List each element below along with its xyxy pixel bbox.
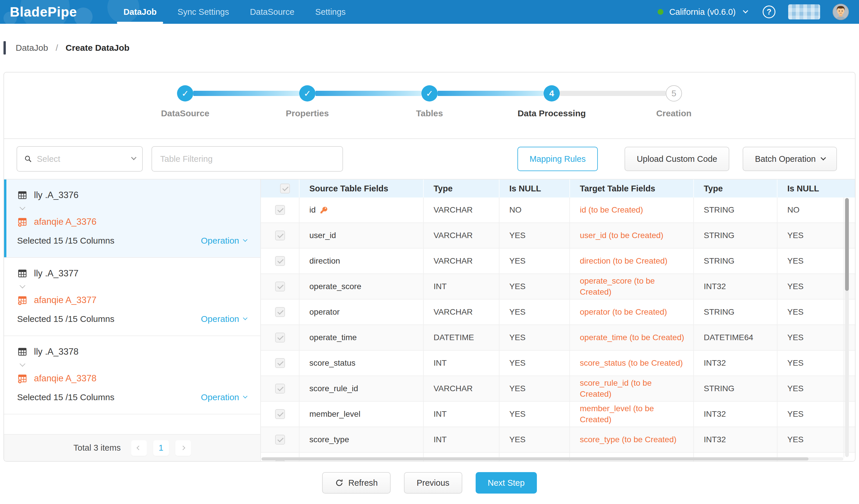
region-status-dot [658,9,663,15]
chevron-down-icon [243,315,247,320]
nav-item-datasource[interactable]: DataSource [239,0,305,24]
row-checkbox[interactable] [275,409,285,419]
refresh-icon [335,478,344,487]
chevron-down-icon [243,394,247,398]
nav-item-datajob[interactable]: DataJob [113,0,167,24]
nav-right: California (v0.6.0) ? [658,3,849,20]
col-target-table-fields: Target Table Fields [569,179,693,198]
operation-menu-link[interactable]: Operation [201,314,246,324]
expand-chevron-icon[interactable] [20,283,26,288]
refresh-button[interactable]: Refresh [322,472,391,493]
row-checkbox[interactable] [275,333,285,343]
operation-menu-link[interactable]: Operation [201,392,246,402]
mapping-rules-button[interactable]: Mapping Rules [517,147,598,171]
row-checkbox[interactable] [275,282,285,292]
row-checkbox-cell [261,401,299,427]
target-table-add-icon [17,295,28,305]
help-icon[interactable]: ? [763,5,775,18]
source-type-cell: INT [423,351,499,376]
table-filter-input[interactable] [151,146,343,172]
table-pair-item[interactable]: lly .A_3376 afanqie A_3376 Selected 15 /… [4,179,260,258]
target-isnull-cell: YES [777,351,855,376]
nav-item-settings[interactable]: Settings [305,0,356,24]
target-table-add-icon [17,217,28,227]
chevron-down-icon [131,155,136,160]
select-dropdown[interactable]: Select [17,146,143,172]
source-isnull-cell: YES [499,376,569,401]
step-connector [193,91,299,96]
table-icon [17,268,28,279]
row-checkbox[interactable] [275,205,285,215]
row-checkbox[interactable] [275,231,285,240]
select-all-checkbox[interactable] [280,184,290,193]
row-checkbox[interactable] [275,256,285,266]
previous-button[interactable]: Previous [404,472,462,493]
source-field-name: id [310,205,316,215]
source-field-name: operate_time [310,333,357,342]
chevron-down-icon[interactable] [743,8,748,13]
source-field-cell: member_level [299,401,423,427]
source-type-cell: VARCHAR [423,223,499,248]
target-field-cell: score_status (to be Created) [569,351,693,376]
step-label: Tables [416,108,443,118]
horizontal-scrollbar[interactable] [261,457,843,460]
table-list: lly .A_3376 afanqie A_3376 Selected 15 /… [4,179,260,414]
row-checkbox[interactable] [275,307,285,317]
target-isnull-cell: YES [777,325,855,350]
target-isnull-cell: YES [777,401,855,427]
step-label: Properties [286,108,329,118]
region-selector[interactable]: California (v0.6.0) [669,7,736,17]
expand-chevron-icon[interactable] [20,361,26,367]
upload-custom-code-button[interactable]: Upload Custom Code [624,147,729,171]
selected-columns-summary: Selected 15 /15 Columns [17,236,114,246]
batch-operation-button[interactable]: Batch Operation [743,147,837,171]
toolbar: Select Mapping Rules Upload Custom Code … [4,139,855,179]
next-page-button[interactable] [175,440,191,456]
target-table-name: afanqie A_3377 [34,295,97,305]
selected-columns-summary: Selected 15 /15 Columns [17,392,114,402]
user-avatar[interactable] [832,3,849,20]
horizontal-scrollbar-thumb[interactable] [261,457,809,460]
app-logo[interactable]: BladePipe [10,4,77,20]
source-field-name: direction [310,256,340,266]
target-isnull-cell: YES [777,274,855,299]
target-field-cell: operate_score (to be Created) [569,274,693,299]
source-isnull-cell: NO [499,198,569,222]
source-table-name: lly .A_3377 [34,268,78,279]
target-isnull-cell: YES [777,300,855,325]
user-name-redacted [788,4,820,19]
target-field-cell: id (to be Created) [569,198,693,222]
source-field-cell: score_rule_id [299,376,423,401]
vertical-scrollbar-thumb[interactable] [845,198,849,291]
mapping-table-row: id VARCHAR NO id (to be Created) STRING … [261,198,855,223]
step-connector [438,91,544,96]
table-pair-item[interactable]: lly .A_3377 afanqie A_3377 Selected 15 /… [4,258,260,336]
chevron-down-icon [243,237,247,242]
table-pair-item[interactable]: lly .A_3378 afanqie A_3378 Selected 15 /… [4,336,260,414]
row-checkbox-cell [261,249,299,273]
breadcrumb-datajob[interactable]: DataJob [16,43,48,53]
source-table-name: lly .A_3376 [34,190,78,200]
source-table-row: lly .A_3378 [17,347,246,357]
source-field-cell: score_type [299,427,423,452]
next-step-button[interactable]: Next Step [476,472,537,493]
mapping-table-row: operate_time DATETIME YES operate_time (… [261,325,855,351]
row-checkbox[interactable] [275,358,285,368]
row-checkbox[interactable] [275,384,285,394]
prev-page-button[interactable] [131,440,147,456]
target-field-cell: operator (to be Created) [569,300,693,325]
step-connector [315,91,421,96]
target-isnull-cell: YES [777,376,855,401]
expand-chevron-icon[interactable] [20,204,26,210]
row-checkbox[interactable] [275,435,285,444]
source-isnull-cell: YES [499,223,569,248]
target-type-cell: STRING [693,376,777,401]
nav-item-sync-settings[interactable]: Sync Settings [167,0,239,24]
operation-menu-link[interactable]: Operation [201,236,246,246]
page-number-button[interactable]: 1 [153,440,169,456]
target-field-cell: user_id (to be Created) [569,223,693,248]
data-processing-content: lly .A_3376 afanqie A_3376 Selected 15 /… [4,179,855,461]
operation-label: Operation [201,236,239,246]
target-type-cell: INT32 [693,401,777,427]
vertical-scrollbar[interactable] [845,198,849,457]
